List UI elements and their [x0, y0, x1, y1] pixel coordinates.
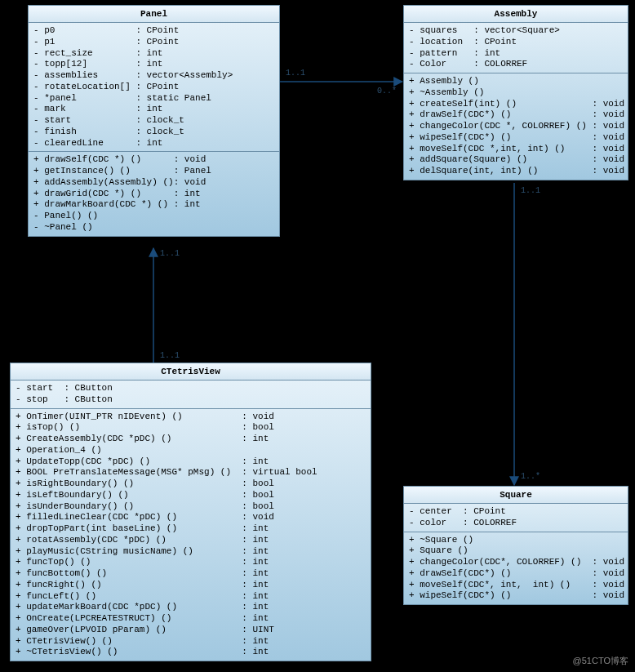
class-ctetrisview: CTetrisView - start : CButton- stop : CB… [10, 363, 371, 661]
op-row: - ~Panel () [33, 222, 274, 234]
attr-row: - center : CPoint [409, 506, 623, 518]
op-row: + BOOL PreTranslateMessage(MSG* pMsg) ()… [16, 467, 366, 478]
op-row: + CreateAssembly(CDC *pDC) () : int [16, 434, 366, 445]
attr-row: - start : clock_t [33, 115, 274, 127]
attr-row: - mark : int [33, 104, 274, 115]
op-row: + addSquare(Square) () : void [409, 154, 623, 166]
attr-row: - topp[12] : int [33, 59, 274, 70]
op-row: + createSelf(int) () : void [409, 99, 623, 110]
attr-row: - clearedLine : int [33, 138, 274, 149]
op-row: - Panel() () [33, 211, 274, 222]
attr-row: - squares : vector<Square> [409, 25, 623, 37]
class-title: Square [404, 487, 628, 504]
attr-row: - rect_size : int [33, 48, 274, 60]
class-square: Square - center : CPoint- color : COLORR… [403, 486, 628, 605]
operations-section: + Assembly () + ~Assembly () + createSel… [404, 73, 628, 180]
op-row: + changeColor(CDC *, COLORREF) () : void [409, 121, 623, 132]
op-row: + drawSelf(CDC*) () : void [409, 109, 623, 121]
op-row: + ~Assembly () [409, 87, 623, 99]
operations-section: + drawSelf(CDC *) () : void+ getInstance… [29, 152, 279, 235]
class-assembly: Assembly - squares : vector<Square>- loc… [403, 5, 628, 180]
op-row: + getInstance() () : Panel [33, 166, 274, 177]
op-row: + filledLineClear(CDC *pDC) () : void [16, 512, 366, 523]
op-row: + delSquare(int, int) () : void [409, 166, 623, 177]
op-row: + funcLeft() () : int [16, 591, 366, 603]
attr-row: - *panel : static Panel [33, 93, 274, 105]
mult-assembly-square-src: 1..1 [521, 186, 540, 195]
class-title: Panel [29, 6, 279, 23]
op-row: + wipeSelf(CDC*) () : void [409, 590, 623, 602]
op-row: + funcTop() () : int [16, 557, 366, 568]
attr-row: - Color : COLORREF [409, 59, 623, 70]
attr-row: - color : COLORREF [409, 518, 623, 529]
op-row: + Assembly () [409, 76, 623, 87]
class-title: Assembly [404, 6, 628, 23]
op-row: + isTop() () : bool [16, 422, 366, 434]
attributes-section: - p0 : CPoint- p1 : CPoint- rect_size : … [29, 23, 279, 152]
op-row: + funcRight() () : int [16, 580, 366, 591]
op-row: + funcBottom() () : int [16, 568, 366, 580]
mult-panel-assembly-dst: 0..* [377, 87, 397, 96]
attr-row: - location : CPoint [409, 37, 623, 48]
op-row: + updateMarkBoard(CDC *pDC) () : int [16, 602, 366, 613]
attr-row: - p0 : CPoint [33, 25, 274, 37]
attributes-section: - center : CPoint- color : COLORREF [404, 504, 628, 532]
op-row: + OnTimer(UINT_PTR nIDEvent) () : void [16, 412, 366, 423]
op-row: + isRightBoundary() () : bool [16, 478, 366, 490]
op-row: + isLeftBoundary() () : bool [16, 490, 366, 501]
op-row: + Square () [409, 545, 623, 557]
op-row: + isUnderBoundary() () : bool [16, 501, 366, 513]
op-row: + addAssembly(Assembly) (): void [33, 177, 274, 189]
class-title: CTetrisView [11, 363, 371, 381]
op-row: + drawSelf(CDC*) () : void [409, 568, 623, 580]
op-row: + moveSelf(CDC *,int, int) () : void [409, 144, 623, 155]
mult-ctetris-panel-src: 1..1 [160, 351, 180, 360]
op-row: + Operation_4 () [16, 445, 366, 456]
class-panel: Panel - p0 : CPoint- p1 : CPoint- rect_s… [28, 5, 280, 237]
op-row: + rotatAssembly(CDC *pDC) () : int [16, 535, 366, 546]
op-row: + changeColor(CDC*, COLORREF) () : void [409, 557, 623, 568]
attributes-section: - squares : vector<Square>- location : C… [404, 23, 628, 73]
op-row: + drawSelf(CDC *) () : void [33, 154, 274, 166]
attributes-section: - start : CButton- stop : CButton [11, 381, 371, 409]
op-row: + UpdateTopp(CDC *pDC) () : int [16, 456, 366, 468]
attr-row: - p1 : CPoint [33, 37, 274, 48]
mult-assembly-square-dst: 1..* [521, 472, 540, 481]
op-row: + playMusic(CString musicName) () : int [16, 546, 366, 558]
watermark: @51CTO博客 [573, 655, 628, 667]
mult-ctetris-panel-dst: 1..1 [160, 249, 180, 258]
attr-row: - finish : clock_t [33, 127, 274, 138]
op-row: + dropTopPart(int baseLine) () : int [16, 523, 366, 535]
op-row: + ~CTetrisView() () : int [16, 647, 366, 658]
op-row: + moveSelf(CDC*, int, int) () : void [409, 580, 623, 591]
op-row: + wipeSelf(CDC*) () : void [409, 132, 623, 144]
op-row: + ~Square () [409, 535, 623, 546]
op-row: + drawMarkBoard(CDC *) () : int [33, 199, 274, 211]
op-row: + OnCreate(LPCREATESTRUCT) () : int [16, 613, 366, 625]
attr-row: - rotateLocation[] : CPoint [33, 82, 274, 93]
op-row: + gameOver(LPVOID pParam) () : UINT [16, 625, 366, 636]
attr-row: - pattern : int [409, 48, 623, 60]
op-row: + drawGrid(CDC *) () : int [33, 189, 274, 200]
operations-section: + ~Square () + Square () + changeColor(C… [404, 532, 628, 605]
operations-section: + OnTimer(UINT_PTR nIDEvent) () : void+ … [11, 409, 371, 661]
attr-row: - assemblies : vector<Assembly> [33, 70, 274, 82]
op-row: + CTetrisView() () : int [16, 636, 366, 648]
mult-panel-assembly-src: 1..1 [286, 69, 305, 78]
attr-row: - start : CButton [16, 383, 366, 394]
attr-row: - stop : CButton [16, 394, 366, 406]
